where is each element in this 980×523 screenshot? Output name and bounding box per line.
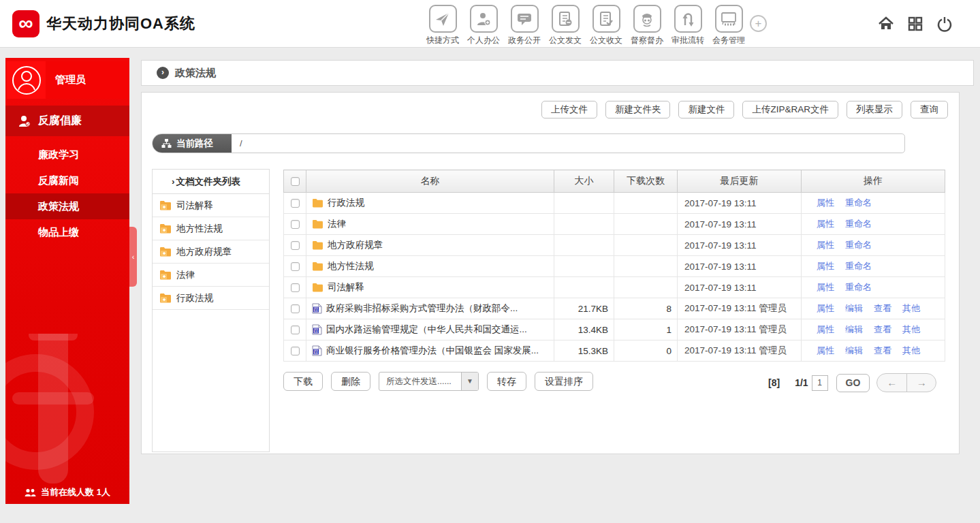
folder-item-xingzhengfagui[interactable]: 行政法规 [153,287,269,310]
row-checkbox[interactable] [291,262,300,271]
prev-page-icon[interactable]: ← [877,374,907,392]
op-properties[interactable]: 属性 [817,345,834,355]
op-rename[interactable]: 重命名 [845,219,872,229]
row-checkbox[interactable] [291,283,300,292]
list-view-button[interactable]: 列表显示 [847,101,902,118]
folder-plus-icon [159,200,172,210]
send-to-dropdown[interactable]: 所选文件发送...... ▼ [379,372,479,391]
upload-file-button[interactable]: 上传文件 [541,101,597,118]
item-name[interactable]: 司法解释 [328,281,364,294]
sidebar-item-lianzhengxuexi[interactable]: 廉政学习 [5,142,129,168]
op-edit[interactable]: 编辑 [845,324,863,334]
nav-item-shortcut[interactable]: 快捷方式 [422,5,463,46]
table-row: 行政法规 2017-07-19 13:11 属性重命名 [284,193,945,214]
row-checkbox[interactable] [291,326,300,334]
col-ops: 操作 [802,170,945,193]
apps-grid-icon[interactable] [907,16,923,32]
svg-text:W: W [314,307,319,312]
transfer-button[interactable]: 转存 [487,372,526,391]
op-other[interactable]: 其他 [902,345,920,355]
current-path-value[interactable]: / [232,134,904,153]
col-size: 大小 [554,170,614,193]
nav-item-doc-dispatch[interactable]: 公文发文 [545,5,586,46]
folder-item-difangzhengfuguizhang[interactable]: 地方政府规章 [153,240,269,264]
upload-zip-button[interactable]: 上传ZIP&RAR文件 [742,101,838,118]
col-updated: 最后更新 [678,170,802,193]
home-icon[interactable] [878,16,894,32]
op-view[interactable]: 查看 [874,303,891,313]
person-plus-icon [470,5,498,33]
go-button[interactable]: GO [836,374,870,392]
current-path-label: 当前路径 [153,134,232,153]
item-name[interactable]: 法律 [328,218,346,230]
folder-icon [312,219,323,229]
set-order-button[interactable]: 设置排序 [535,372,593,391]
op-properties[interactable]: 属性 [817,324,834,334]
op-rename[interactable]: 重命名 [845,261,872,271]
op-properties[interactable]: 属性 [817,197,834,208]
op-properties[interactable]: 属性 [817,219,834,229]
op-view[interactable]: 查看 [874,345,891,355]
delete-button[interactable]: 删除 [331,372,370,391]
nav-item-doc-receive[interactable]: 公文收文 [586,5,627,46]
row-checkbox[interactable] [291,220,300,229]
row-checkbox[interactable] [291,199,300,208]
item-name[interactable]: 政府采购非招标采购方式管理办法（财政部令... [326,302,518,315]
item-name[interactable]: 商业银行服务价格管理办法（中国银监会 国家发展... [326,345,539,357]
item-name[interactable]: 国内水路运输管理规定（中华人民共和国交通运... [326,323,527,336]
item-name[interactable]: 地方政府规章 [328,239,383,251]
query-button[interactable]: 查询 [911,101,948,118]
item-name[interactable]: 地方性法规 [328,260,374,272]
col-name: 名称 [306,170,554,193]
nav-item-personal-office[interactable]: 个人办公 [463,5,504,46]
op-view[interactable]: 查看 [874,324,891,334]
table-header-row: 名称 大小 下载次数 最后更新 操作 [284,170,945,193]
nav-item-gov-affairs[interactable]: 政务公开 [504,5,545,46]
sidebar: 管理员 反腐倡廉 廉政学习 反腐新闻 政策法规 物品上缴 ‹ 当前在线人数 1人 [5,58,129,504]
op-properties[interactable]: 属性 [817,303,834,313]
op-rename[interactable]: 重命名 [845,282,872,292]
row-checkbox[interactable] [291,241,300,250]
op-other[interactable]: 其他 [902,303,920,313]
item-name[interactable]: 行政法规 [328,197,364,209]
new-folder-button[interactable]: 新建文件夹 [605,101,671,118]
page-arrows: ← → [876,373,936,392]
sidebar-item-wupinshangjiao[interactable]: 物品上缴 [5,219,129,245]
page-indicator: 1/1 [795,377,808,388]
dropdown-caret-icon[interactable]: ▼ [461,373,478,390]
user-block[interactable]: 管理员 [7,61,128,99]
op-other[interactable]: 其他 [902,324,920,334]
op-rename[interactable]: 重命名 [845,197,872,208]
power-icon[interactable] [936,16,953,32]
new-file-button[interactable]: 新建文件 [678,101,734,118]
download-button[interactable]: 下载 [283,372,323,391]
pillar-decoration [5,334,129,484]
add-shortcut-icon[interactable]: + [750,15,767,32]
op-edit[interactable]: 编辑 [845,303,863,313]
op-properties[interactable]: 属性 [817,240,834,250]
nav-item-meeting-mgmt[interactable]: 会务管理 [708,5,749,46]
sidebar-menu-anticorruption[interactable]: 反腐倡廉 [5,106,129,136]
header-actions [878,16,953,32]
sidebar-collapse-handle[interactable]: ‹ [129,227,137,287]
op-rename[interactable]: 重命名 [845,240,872,250]
nav-item-approval-flow[interactable]: 审批流转 [667,5,708,46]
select-all-checkbox[interactable] [291,177,300,186]
header-nav: 快捷方式 个人办公 政务公开 公文发文 [422,5,749,46]
folder-item-falv[interactable]: 法律 [153,264,269,287]
folder-tree-header[interactable]: ›文档文件夹列表 [153,170,269,194]
op-properties[interactable]: 属性 [817,282,834,292]
sidebar-item-zhengcefagui[interactable]: 政策法规 [5,193,129,219]
op-edit[interactable]: 编辑 [845,345,863,355]
row-checkbox[interactable] [291,347,300,355]
op-properties[interactable]: 属性 [817,261,834,271]
sitemap-icon [161,138,172,148]
sidebar-item-fanfuxinwen[interactable]: 反腐新闻 [5,168,129,193]
table-row: W国内水路运输管理规定（中华人民共和国交通运... 13.4KB 1 2017-… [284,319,945,340]
page-number-input[interactable] [812,375,828,391]
row-checkbox[interactable] [291,304,300,313]
folder-item-difangxingfagui[interactable]: 地方性法规 [153,217,269,240]
next-page-icon[interactable]: → [907,374,936,392]
folder-item-sifajieshi[interactable]: 司法解释 [153,194,269,217]
nav-item-supervision[interactable]: 督察督办 [627,5,667,46]
